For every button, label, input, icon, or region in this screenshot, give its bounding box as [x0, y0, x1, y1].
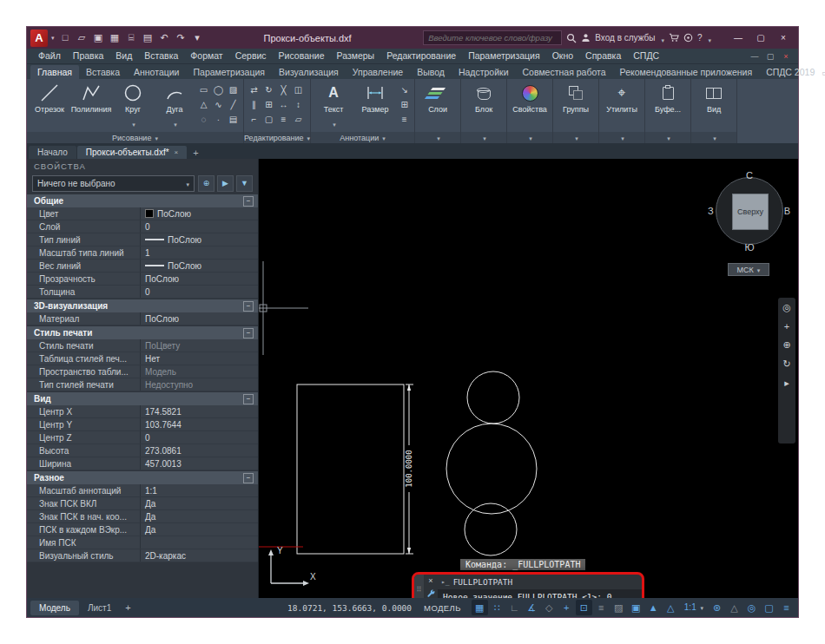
menu-item[interactable]: Сервис	[229, 49, 273, 63]
scale-icon[interactable]: ↕	[292, 98, 305, 111]
transparency-icon[interactable]: ▨	[610, 600, 627, 615]
property-row[interactable]: Тип стилей печатиНедоступно	[27, 378, 258, 391]
property-row[interactable]: Высота273.0861	[27, 444, 258, 457]
properties-button[interactable]: Свойства	[511, 82, 549, 114]
property-value[interactable]: 0	[140, 220, 258, 233]
trim-icon[interactable]: ╳	[277, 83, 290, 96]
osnap-tracking-icon[interactable]: +	[558, 600, 575, 615]
mirror-icon[interactable]: ◫	[292, 83, 305, 96]
viewcube-south[interactable]: Ю	[744, 242, 754, 253]
property-row[interactable]: ПСК в каждом ВЭкр...Да	[27, 523, 258, 536]
save-icon[interactable]: ▣	[91, 30, 106, 45]
viewcube-north[interactable]: С	[746, 170, 753, 181]
collapse-icon[interactable]: −	[243, 301, 254, 312]
autocad-logo[interactable]: A	[30, 30, 48, 47]
new-document-tab-button[interactable]: +	[188, 147, 203, 159]
collapse-icon[interactable]: −	[243, 473, 254, 483]
command-input-line[interactable]: Новое значение FULLPLOTPATH <1>: 0	[438, 589, 642, 598]
property-value[interactable]: ПоСлою	[140, 260, 258, 272]
ortho-mode-icon[interactable]: ∟	[506, 600, 523, 615]
rectangle-icon[interactable]: ▭	[197, 83, 210, 96]
line-button[interactable]: Отрезок	[30, 82, 69, 114]
draw-panel-label[interactable]: Рисование	[27, 132, 243, 143]
help-caret-icon[interactable]	[706, 30, 711, 46]
ribbon-tab[interactable]: СПДС 2019	[759, 65, 822, 79]
selection-cycling-icon[interactable]: ▣	[628, 600, 644, 615]
lineweight-icon[interactable]: ≡	[593, 600, 610, 615]
array-icon[interactable]: ⊞	[262, 98, 275, 111]
document-tab[interactable]: Начало	[29, 146, 76, 159]
signin-caret-icon[interactable]	[659, 30, 664, 46]
annotation-scale-button[interactable]: 1:1	[680, 600, 708, 616]
polar-tracking-icon[interactable]: ∡	[524, 600, 540, 615]
property-value[interactable]: 1	[140, 246, 258, 259]
toggle-pickadd-icon[interactable]: ⊕	[198, 175, 214, 192]
ribbon-tab[interactable]: Главная	[30, 65, 79, 79]
search-binoculars-icon[interactable]	[566, 33, 577, 43]
navigation-wheel-icon[interactable]: ◎	[782, 302, 791, 313]
property-row[interactable]: Ширина457.0013	[27, 457, 258, 470]
property-row[interactable]: Масштаб типа линий1	[27, 246, 258, 260]
showmotion-icon[interactable]: ▸	[784, 378, 789, 389]
autodesk-a360-icon[interactable]	[683, 33, 693, 43]
layout-tab[interactable]: Модель	[30, 601, 79, 615]
section-header[interactable]: Стиль печати−	[27, 326, 258, 339]
annotation-monitor-icon[interactable]: △	[726, 600, 742, 615]
view-button[interactable]: Вид	[695, 82, 733, 114]
grid-icon[interactable]: ▦	[472, 600, 488, 615]
plot-icon[interactable]: ▤	[141, 30, 155, 45]
ribbon-tab[interactable]: Надстройки	[452, 65, 516, 79]
viewcube-top-face[interactable]: Сверху	[732, 194, 769, 230]
offset-icon[interactable]: ∥	[248, 98, 261, 111]
rectangle-entity[interactable]	[297, 384, 404, 554]
property-row[interactable]: МатериалПоСлою	[27, 312, 258, 325]
ribbon-tab[interactable]: Управление	[346, 65, 410, 79]
property-row[interactable]: ЦветПоСлою	[27, 207, 258, 220]
move-icon[interactable]: ⇄	[248, 83, 261, 96]
layers-panel-label[interactable]	[415, 132, 460, 143]
ribbon-tab[interactable]: Вставка	[79, 65, 127, 79]
polygon-icon[interactable]: △	[197, 98, 210, 111]
property-value[interactable]: ПоСлою	[140, 312, 258, 325]
property-value[interactable]: 174.5821	[140, 405, 258, 417]
menu-item[interactable]: Формат	[184, 49, 228, 63]
modify-panel-label[interactable]: Редактирование	[244, 132, 310, 143]
menu-item[interactable]: Вставка	[138, 49, 184, 63]
property-value[interactable]: 0	[140, 431, 258, 444]
isodraft-icon[interactable]: ◇	[541, 600, 558, 615]
property-value[interactable]: Недоступно	[140, 378, 258, 391]
menu-item[interactable]: Рисование	[273, 49, 331, 63]
collapse-icon[interactable]: −	[243, 328, 254, 338]
document-tab[interactable]: Прокси-объекты.dxf*×	[77, 146, 187, 159]
polyline-button[interactable]: Полилиния	[72, 82, 110, 114]
property-row[interactable]: Таблица стилей печ...Нет	[27, 352, 258, 365]
property-value[interactable]	[140, 536, 258, 549]
property-row[interactable]: Пространство табли...Модель	[27, 365, 258, 378]
hatch-icon[interactable]: ▨	[227, 83, 240, 96]
ribbon-tab[interactable]: Вывод	[410, 65, 452, 79]
clean-screen-icon[interactable]: ▢	[761, 600, 777, 615]
top-circle-entity[interactable]	[467, 371, 519, 424]
property-row[interactable]: Центр Y103.7644	[27, 418, 258, 431]
section-header[interactable]: Разное−	[27, 471, 258, 484]
viewcube-west[interactable]: З	[708, 206, 714, 216]
save-as-icon[interactable]: ▦	[108, 30, 122, 45]
menu-item[interactable]: Редактирование	[380, 49, 462, 63]
menu-item[interactable]: СПДС	[627, 49, 665, 63]
property-row[interactable]: Центр X174.5821	[27, 405, 258, 418]
properties-panel-label[interactable]	[507, 132, 552, 143]
layout-tab[interactable]: Лист1	[79, 601, 120, 615]
property-value[interactable]: 1:1	[140, 484, 258, 496]
groups-button[interactable]: Группы	[557, 82, 595, 114]
section-header[interactable]: 3D-визуализация−	[27, 299, 258, 312]
property-value[interactable]: ПоСлою	[140, 207, 258, 220]
gradient-icon[interactable]: ▤	[227, 113, 240, 126]
ribbon-tab[interactable]: Визуализация	[272, 65, 346, 79]
annotation-visibility-icon[interactable]: ▲	[645, 600, 662, 615]
table-icon[interactable]: ⊞	[398, 98, 411, 111]
drawing-canvas[interactable]: 100.0000 Y X	[259, 159, 798, 598]
undo-icon[interactable]: ↶	[157, 30, 172, 45]
annotation-panel-label[interactable]: Аннотации	[311, 132, 414, 143]
text-button[interactable]: A Текст	[314, 82, 353, 130]
section-header[interactable]: Общие−	[27, 194, 258, 207]
